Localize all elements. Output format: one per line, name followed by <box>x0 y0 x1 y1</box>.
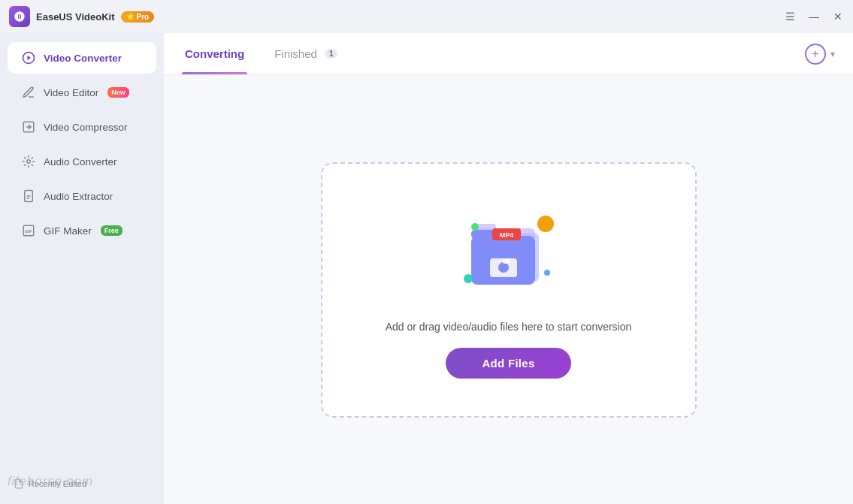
new-badge: New <box>107 87 129 98</box>
svg-rect-15 <box>503 259 510 264</box>
sidebar-item-audio-converter[interactable]: Audio Converter <box>8 146 156 177</box>
titlebar-left: EaseUS VideoKit Pro <box>9 6 784 27</box>
close-button[interactable]: ✕ <box>832 11 844 23</box>
blue-dot <box>544 270 550 276</box>
sidebar-label-audio-converter: Audio Converter <box>44 156 117 167</box>
sidebar-label-video-compressor: Video Compressor <box>44 122 128 133</box>
sidebar-label-gif-maker: GIF Maker <box>44 225 92 237</box>
sidebar-label-video-converter: Video Converter <box>44 53 122 64</box>
svg-rect-10 <box>471 230 495 239</box>
orange-dot <box>537 216 554 232</box>
tab-finished[interactable]: Finished 1 <box>271 33 340 74</box>
svg-point-2 <box>27 160 31 164</box>
drop-zone-instruction: Add or drag video/audio files here to st… <box>386 321 632 333</box>
svg-text:MP4: MP4 <box>499 231 513 239</box>
sidebar-item-video-editor[interactable]: Video Editor New <box>8 77 156 108</box>
tab-finished-row: Finished 1 <box>274 47 337 60</box>
video-editor-icon <box>21 85 36 100</box>
sidebar-item-gif-maker[interactable]: GIF GIF Maker Free <box>8 215 156 246</box>
folder-illustration: MP4 <box>449 201 569 306</box>
svg-text:GIF: GIF <box>25 229 32 234</box>
app-logo <box>9 6 30 27</box>
tab-converting-underline <box>182 72 247 74</box>
audio-converter-icon <box>21 154 36 169</box>
tab-finished-label: Finished <box>274 47 317 60</box>
titlebar: EaseUS VideoKit Pro ☰ — ✕ <box>0 0 853 33</box>
minimize-button[interactable]: — <box>808 11 820 23</box>
tab-converting-label: Converting <box>185 47 244 60</box>
pro-badge: Pro <box>121 11 155 23</box>
tabbar-right: + ▾ <box>805 44 835 65</box>
tab-converting[interactable]: Converting <box>182 33 247 74</box>
video-compressor-icon <box>21 119 36 134</box>
add-files-button[interactable]: Add Files <box>446 348 570 379</box>
audio-extractor-icon <box>21 189 36 204</box>
free-badge: Free <box>101 225 123 236</box>
add-button[interactable]: + <box>805 44 826 65</box>
video-converter-icon <box>21 50 36 65</box>
tab-finished-badge: 1 <box>325 49 338 59</box>
sidebar-item-video-converter[interactable]: Video Converter <box>8 42 156 74</box>
content-area: Converting Finished 1 + ▾ <box>164 33 853 504</box>
chevron-down-icon[interactable]: ▾ <box>830 49 835 59</box>
app-title: EaseUS VideoKit <box>36 11 115 23</box>
drop-zone[interactable]: MP4 Add or drag video/audio files here t… <box>321 162 697 418</box>
teal-dot <box>464 274 473 283</box>
green-dot <box>471 223 479 231</box>
tabbar: Converting Finished 1 + ▾ <box>164 33 853 75</box>
svg-point-14 <box>498 262 509 273</box>
sidebar-label-audio-extractor: Audio Extractor <box>44 191 113 202</box>
main-layout: Video Converter Video Editor New Video C… <box>0 33 853 504</box>
filehorse-watermark: filehorse.com <box>8 474 93 489</box>
titlebar-controls: ☰ — ✕ <box>784 11 844 23</box>
gif-maker-icon: GIF <box>21 223 36 238</box>
sidebar: Video Converter Video Editor New Video C… <box>0 33 164 504</box>
drop-zone-container: MP4 Add or drag video/audio files here t… <box>164 75 853 504</box>
sidebar-item-video-compressor[interactable]: Video Compressor <box>8 111 156 143</box>
menu-button[interactable]: ☰ <box>784 11 796 23</box>
sidebar-label-video-editor: Video Editor <box>44 87 98 98</box>
sidebar-item-audio-extractor[interactable]: Audio Extractor <box>8 180 156 212</box>
